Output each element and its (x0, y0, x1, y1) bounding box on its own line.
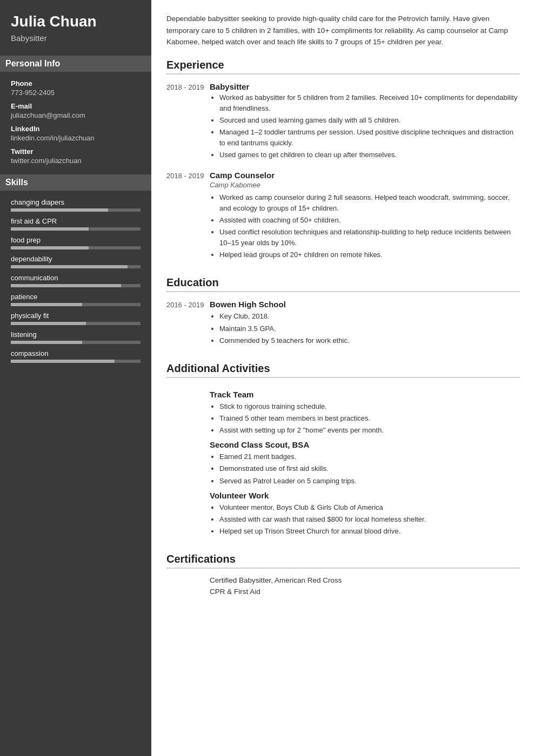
experience-section: Experience 2018 - 2019BabysitterWorked a… (166, 59, 520, 262)
additional-bullet-item: Stick to rigorous training schedule. (219, 401, 520, 412)
exp-job-title: Camp Counselor (210, 171, 520, 180)
contact-label: E-mail (11, 102, 141, 110)
certifications-list: Certified Babysitter, American Red Cross… (166, 576, 520, 596)
additional-bullets: Volunteer mentor, Boys Club & Girls Club… (210, 502, 520, 537)
edu-date: 2016 - 2019 (166, 300, 210, 347)
skill-bar (11, 341, 141, 344)
edu-school: Bowen High School (210, 300, 520, 309)
additional-bullets: Earned 21 merit badges.Demonstrated use … (210, 451, 520, 486)
personal-info-heading: Personal Info (0, 56, 151, 72)
experience-list: 2018 - 2019BabysitterWorked as babysitte… (166, 82, 520, 262)
certification-item: Certified Babysitter, American Red Cross (166, 576, 520, 584)
additional-bullet-item: Volunteer mentor, Boys Club & Girls Club… (219, 502, 520, 513)
contact-label: Twitter (11, 147, 141, 156)
edu-bullet-item: Key Club, 2018. (219, 311, 520, 322)
skill-name: listening (11, 330, 141, 339)
exp-bullet-item: Worked as camp counselor during 2 full s… (219, 192, 520, 214)
exp-bullet-item: Managed 1–2 toddler tantrums per session… (219, 127, 520, 148)
skill-bar (11, 360, 141, 363)
skill-name: food prep (11, 236, 141, 244)
exp-company: Camp Kabomee (210, 181, 520, 189)
contact-list: Phone773-952-2405E-mailjuliazchuan@gmail… (11, 79, 141, 165)
additional-bullet-item: Trained 5 other team members in best pra… (219, 413, 520, 424)
skill-name: compassion (11, 349, 141, 357)
skill-bar-fill (11, 322, 86, 325)
certification-item: CPR & First Aid (166, 588, 520, 596)
contact-value: juliazchuan@gmail.com (11, 111, 141, 119)
skill-bar-fill (11, 208, 108, 212)
additional-group-title: Volunteer Work (210, 491, 520, 500)
exp-content: BabysitterWorked as babysitter for 5 chi… (210, 82, 520, 162)
edu-content: Bowen High SchoolKey Club, 2018.Maintain… (210, 300, 520, 347)
edu-bullet-item: Commended by 5 teachers for work ethic. (219, 335, 520, 346)
exp-bullet-item: Used conflict resolution techniques and … (219, 227, 520, 248)
skill-bar-fill (11, 303, 82, 306)
skill-bar (11, 284, 141, 287)
additional-list: Track TeamStick to rigorous training sch… (166, 386, 520, 538)
contact-label: LinkedIn (11, 125, 141, 133)
education-heading: Education (166, 276, 520, 292)
additional-bullet-item: Helped set up Trison Street Church for a… (219, 526, 520, 537)
exp-bullet-item: Worked as babysitter for 5 children from… (219, 92, 520, 114)
certifications-heading: Certifications (166, 553, 520, 569)
skill-name: physically fit (11, 312, 141, 320)
skill-bar (11, 322, 141, 325)
summary-text: Dependable babysitter seeking to provide… (166, 13, 520, 48)
exp-content: Camp CounselorCamp KabomeeWorked as camp… (210, 171, 520, 262)
additional-content: Track TeamStick to rigorous training sch… (210, 386, 520, 538)
experience-item: 2018 - 2019BabysitterWorked as babysitte… (166, 82, 520, 162)
skills-heading: Skills (0, 174, 151, 191)
skill-bar-fill (11, 284, 121, 287)
additional-group-title: Second Class Scout, BSA (210, 440, 520, 449)
exp-bullets: Worked as babysitter for 5 children from… (210, 92, 520, 161)
education-section: Education 2016 - 2019Bowen High SchoolKe… (166, 276, 520, 347)
skill-bar (11, 265, 141, 268)
skill-name: first aid & CPR (11, 217, 141, 225)
skill-bar-fill (11, 227, 89, 231)
edu-bullets: Key Club, 2018.Maintain 3.5 GPA.Commende… (210, 311, 520, 346)
additional-bullet-item: Assisted with car wash that raised $800 … (219, 514, 520, 525)
additional-bullet-item: Earned 21 merit badges. (219, 451, 520, 462)
additional-bullets: Stick to rigorous training schedule.Trai… (210, 401, 520, 436)
experience-item: 2018 - 2019Camp CounselorCamp KabomeeWor… (166, 171, 520, 262)
skill-name: patience (11, 293, 141, 301)
exp-bullet-item: Used games to get children to clean up a… (219, 150, 520, 160)
contact-value: twitter.com/juliazchuan (11, 157, 141, 165)
additional-group-title: Track Team (210, 390, 520, 399)
sidebar: Julia Chuan Babysitter Personal Info Pho… (0, 0, 151, 756)
candidate-title: Babysitter (11, 33, 141, 43)
additional-bullet-item: Demonstrated use of first aid skills. (219, 463, 520, 474)
experience-heading: Experience (166, 59, 520, 75)
exp-job-title: Babysitter (210, 82, 520, 91)
skill-bar-fill (11, 341, 82, 344)
skill-bar-fill (11, 265, 128, 268)
certification-text: Certified Babysitter, American Red Cross (210, 576, 342, 584)
contact-value: 773-952-2405 (11, 89, 141, 97)
exp-date: 2018 - 2019 (166, 82, 210, 162)
skill-bar (11, 227, 141, 231)
exp-bullet-item: Sourced and used learning games daily wi… (219, 115, 520, 126)
skill-bar (11, 303, 141, 306)
certification-text: CPR & First Aid (210, 588, 260, 596)
education-list: 2016 - 2019Bowen High SchoolKey Club, 20… (166, 300, 520, 347)
exp-bullet-item: Helped lead groups of 20+ children on re… (219, 249, 520, 260)
skill-bar-fill (11, 246, 89, 249)
skill-name: communication (11, 274, 141, 282)
exp-date: 2018 - 2019 (166, 171, 210, 262)
exp-bullets: Worked as camp counselor during 2 full s… (210, 192, 520, 261)
skill-name: changing diapers (11, 198, 141, 206)
skills-list: changing diapersfirst aid & CPRfood prep… (11, 198, 141, 363)
main-content: Dependable babysitter seeking to provide… (151, 0, 535, 756)
additional-heading: Additional Activities (166, 362, 520, 378)
skill-bar-fill (11, 360, 115, 363)
additional-bullet-item: Assist with setting up for 2 "home" even… (219, 425, 520, 436)
skill-bar (11, 246, 141, 249)
contact-label: Phone (11, 79, 141, 87)
skill-bar (11, 208, 141, 212)
skill-name: dependability (11, 255, 141, 263)
additional-section: Additional Activities Track TeamStick to… (166, 362, 520, 538)
additional-row: Track TeamStick to rigorous training sch… (166, 386, 520, 538)
additional-bullet-item: Served as Patrol Leader on 5 camping tri… (219, 476, 520, 487)
education-item: 2016 - 2019Bowen High SchoolKey Club, 20… (166, 300, 520, 347)
exp-bullet-item: Assisted with coaching of 50+ children. (219, 215, 520, 226)
